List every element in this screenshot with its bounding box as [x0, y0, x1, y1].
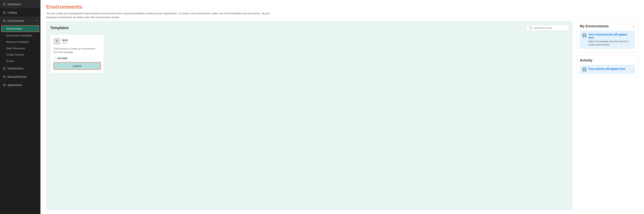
sidebar-item-drivers[interactable]: Drivers — [0, 58, 40, 64]
applications-icon: ⊞ — [3, 83, 6, 87]
sidebar-label-env-templates: Environment Templates — [6, 34, 32, 37]
templates-title: Templates — [50, 26, 69, 30]
environments-empty-text: Your environments will appear here Selec… — [588, 33, 633, 46]
environments-empty-box: ℹ️ Your environments will appear here Se… — [580, 31, 635, 49]
sidebar-item-backup-restore[interactable]: ⊞ Backup/Restore › — [0, 72, 40, 81]
page-title: Environments — [46, 4, 638, 10]
template-name: tev1 — [62, 38, 68, 42]
page-description: You can create your development and prod… — [46, 12, 278, 19]
launch-button[interactable]: Launch — [54, 62, 101, 70]
sidebar-item-environment-templates[interactable]: Environment Templates — [0, 32, 40, 39]
environments-empty-title: Your environments will appear here — [588, 33, 633, 39]
templates-header: Templates 🔍 — [50, 25, 569, 31]
activity-title: Activity — [580, 58, 635, 62]
chevron-right-icon-2: › — [36, 76, 38, 78]
template-info: tev1 tev1 — [62, 38, 68, 44]
info-icon: ℹ️ — [582, 33, 586, 38]
backup-icon: ⊞ — [3, 75, 6, 78]
search-icon: 🔍 — [529, 26, 532, 29]
activity-empty-title: Your activity will appear here — [588, 67, 626, 70]
content-area: Templates 🔍 T tev1 tev1 Click launch to … — [40, 21, 644, 214]
my-environments-section: My Environments ⤢ ℹ️ Your environments w… — [576, 21, 638, 52]
sidebar-item-infrastructure[interactable]: ⊞ Infrastructure › — [0, 64, 40, 72]
sidebar-item-resource-templates[interactable]: Resource Templates — [0, 39, 40, 45]
sidebar-label-infrastructure: Infrastructure — [8, 67, 23, 70]
templates-panel: Templates 🔍 T tev1 tev1 Click launch to … — [46, 21, 573, 210]
right-panel: My Environments ⤢ ℹ️ Your environments w… — [576, 21, 638, 210]
readme-icon: 📄 — [54, 57, 56, 60]
template-avatar: T — [54, 38, 60, 45]
sidebar-item-applications[interactable]: ⊞ Applications — [0, 81, 40, 89]
template-sub: tev1 — [62, 42, 68, 44]
infrastructure-icon: ⊞ — [3, 66, 6, 70]
sidebar-item-static-resources[interactable]: Static Resources — [0, 45, 40, 52]
main-content: Environments You can create your develop… — [40, 0, 644, 214]
sidebar-label-drivers: Drivers — [6, 60, 14, 62]
activity-info-icon: ℹ️ — [582, 67, 586, 72]
dashboard-icon: ⊞ — [3, 2, 6, 6]
sidebar-item-config-contexts[interactable]: Config Contexts — [0, 52, 40, 58]
sidebar-label-environments: Environments — [8, 19, 24, 22]
sidebar-label-applications: Applications — [8, 84, 22, 86]
page-header: Environments You can create your develop… — [40, 0, 644, 21]
environments-empty-subtitle: Select the template and click Launch to … — [588, 40, 633, 46]
sidebar-item-dashboard[interactable]: ⊞ Dashboard — [0, 0, 40, 8]
sidebar-label-dashboard: Dashboard — [8, 3, 21, 6]
sidebar-label-backup: Backup/Restore — [8, 75, 27, 78]
template-card-header: T tev1 tev1 — [54, 38, 101, 45]
my-environments-title: My Environments — [580, 24, 609, 28]
catalog-icon: ⊞ — [3, 10, 6, 14]
search-box[interactable]: 🔍 — [526, 25, 569, 31]
sidebar-item-environments[interactable]: Environments — [1, 25, 39, 32]
sidebar-label-config-contexts: Config Contexts — [6, 53, 24, 56]
chevron-down-icon: ▾ — [36, 20, 38, 22]
template-description: Click launch to create an environment fr… — [54, 47, 101, 54]
expand-icon[interactable]: ⤢ — [632, 24, 635, 28]
sidebar-label-static-resources: Static Resources — [6, 47, 25, 50]
activity-section: Activity ℹ️ Your activity will appear he… — [576, 55, 638, 77]
sidebar-item-catalog[interactable]: ⊞ Catalog — [0, 8, 40, 16]
section-title-row: My Environments ⤢ — [580, 24, 635, 28]
template-readme: 📄 README — [54, 57, 101, 60]
template-card: T tev1 tev1 Click launch to create an en… — [50, 34, 104, 73]
sidebar: ⊞ Dashboard ⊞ Catalog ⊞ Environments ▾ E… — [0, 0, 40, 214]
sidebar-label-catalog: Catalog — [8, 11, 17, 14]
readme-label: README — [58, 57, 68, 60]
sidebar-label-resource-templates: Resource Templates — [6, 40, 29, 44]
chevron-right-icon: › — [36, 67, 38, 70]
search-input[interactable] — [534, 26, 566, 29]
activity-empty-box: ℹ️ Your activity will appear here — [580, 65, 635, 74]
sidebar-item-environments-group[interactable]: ⊞ Environments ▾ — [0, 16, 40, 25]
sidebar-label-environments-sub: Environments — [6, 27, 22, 30]
environments-icon: ⊞ — [3, 19, 6, 22]
